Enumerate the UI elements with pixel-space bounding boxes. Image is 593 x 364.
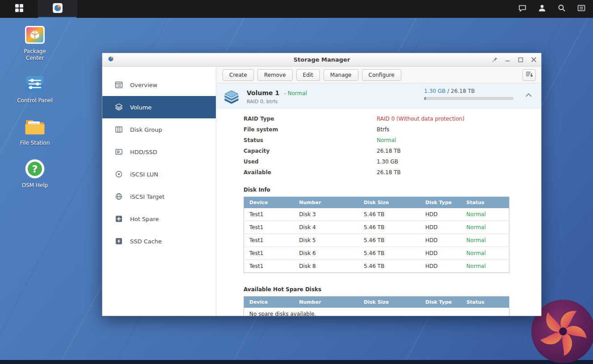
table-cell: Disk 8 (294, 260, 358, 273)
sidebar-item-label: iSCSI LUN (130, 171, 158, 178)
package-center-icon (25, 25, 45, 45)
sidebar-item-disk-group[interactable]: Disk Group (102, 118, 216, 141)
status-cell: Normal (461, 260, 509, 273)
minimize-icon[interactable] (505, 57, 511, 63)
desktop-icon-label: DSM Help (13, 182, 56, 189)
table-cell: Disk 5 (294, 234, 358, 247)
column-header: Status (461, 297, 509, 308)
remove-button[interactable]: Remove (257, 69, 293, 81)
status-cell: Normal (461, 234, 509, 247)
apps-menu-icon (14, 3, 24, 15)
detail-label: Status (244, 137, 377, 143)
storage-manager-icon (52, 3, 63, 15)
desktop-icon-control-panel[interactable]: Control Panel (13, 74, 56, 104)
disk-group-icon (114, 125, 123, 134)
table-cell: Disk 6 (294, 247, 358, 260)
toolbar: Create Remove Edit Manage Configure (216, 67, 541, 84)
storage-manager-window: Storage Manager Overview (102, 53, 542, 316)
column-header: Disk Type (420, 197, 461, 209)
empty-message: No spare disks available. (244, 308, 509, 316)
detail-value: Normal (377, 137, 396, 143)
detail-value: 1.30 GB (377, 159, 398, 165)
table-cell: 5.46 TB (358, 208, 420, 221)
sidebar-item-volume[interactable]: Volume (102, 96, 216, 118)
volume-usage: 1.30 GB / 26.18 TB (424, 88, 513, 100)
sidebar-item-label: SSD Cache (130, 238, 162, 245)
storage-manager-content: Create Remove Edit Manage Configure (216, 67, 541, 316)
column-header: Device (244, 297, 294, 308)
search-button[interactable] (552, 0, 572, 18)
table-cell: HDD (420, 221, 461, 234)
detail-row: File system Btrfs (244, 124, 534, 135)
table-row[interactable]: Test1 Disk 8 5.46 TB HDD Normal (244, 260, 509, 273)
create-button[interactable]: Create (223, 69, 254, 81)
window-app-icon (107, 55, 115, 65)
sidebar-item-overview[interactable]: Overview (102, 74, 216, 96)
volume-name: Volume 1 (247, 89, 279, 96)
status-cell: Normal (461, 221, 509, 234)
iscsi-lun-icon (114, 170, 123, 179)
sidebar-item-hot-spare[interactable]: Hot Spare (102, 208, 216, 230)
volume-stack-icon (223, 90, 240, 105)
file-station-icon (25, 116, 45, 137)
table-row[interactable]: Test1 Disk 3 5.46 TB HDD Normal (244, 208, 509, 221)
sidebar-item-ssd-cache[interactable]: SSD Cache (102, 230, 216, 252)
desktop-icon-label: Control Panel (13, 97, 56, 104)
taskbar-storage-manager-button[interactable] (38, 0, 77, 18)
detail-value: 26.18 TB (377, 148, 401, 154)
sidebar-item-iscsi-lun[interactable]: iSCSI LUN (102, 163, 216, 185)
table-cell: HDD (420, 247, 461, 260)
table-row[interactable]: Test1 Disk 5 5.46 TB HDD Normal (244, 234, 509, 247)
main-menu-button[interactable] (0, 0, 38, 18)
manage-button[interactable]: Manage (324, 69, 358, 81)
hot-spare-table: Device Number Disk Size Disk Type Status… (244, 296, 509, 316)
table-cell: 5.46 TB (358, 247, 420, 260)
svg-text:?: ? (32, 163, 38, 175)
notifications-button[interactable] (513, 0, 532, 18)
pin-icon[interactable] (492, 57, 498, 63)
table-header-row: Device Number Disk Size Disk Type Status (244, 297, 509, 308)
sidebar-item-label: Overview (130, 82, 157, 88)
table-cell: 5.46 TB (358, 221, 420, 234)
table-cell: 5.46 TB (358, 260, 420, 273)
chevron-up-icon[interactable] (525, 91, 532, 99)
table-cell: Test1 (244, 247, 294, 260)
list-view-button[interactable] (522, 69, 536, 81)
table-cell: Test1 (244, 208, 294, 221)
detail-row: Capacity 26.18 TB (244, 146, 534, 156)
table-cell: 5.46 TB (358, 234, 420, 247)
status-cell: Normal (461, 208, 509, 221)
desktop-icon-package-center[interactable]: Package Center (13, 25, 56, 62)
detail-value: Btrfs (377, 126, 389, 133)
volume-used-value: 1.30 GB (424, 88, 446, 94)
edit-button[interactable]: Edit (296, 69, 320, 81)
control-panel-icon (25, 74, 45, 94)
user-icon (538, 4, 547, 14)
volume-header[interactable]: Volume 1 - Normal RAID 0, btrfs 1.30 GB … (216, 84, 541, 109)
table-cell: Disk 3 (294, 208, 358, 221)
table-header-row: Device Number Disk Size Disk Type Status (244, 197, 509, 209)
configure-button[interactable]: Configure (362, 69, 401, 81)
sidebar-item-label: Volume (130, 104, 151, 111)
search-icon (557, 4, 566, 14)
table-row[interactable]: Test1 Disk 6 5.46 TB HDD Normal (244, 247, 509, 260)
widgets-button[interactable] (572, 0, 591, 18)
desktop-icon-dsm-help[interactable]: ? DSM Help (13, 159, 56, 189)
list-view-icon (525, 70, 533, 80)
desktop-bottom-band (0, 360, 593, 364)
close-icon[interactable] (530, 57, 537, 63)
desktop-icon-file-station[interactable]: File Station (13, 116, 56, 146)
volume-icon (114, 103, 123, 112)
widgets-icon (577, 4, 586, 14)
window-titlebar[interactable]: Storage Manager (102, 53, 541, 67)
detail-label: Capacity (244, 148, 377, 154)
detail-label: Used (244, 159, 377, 165)
user-menu-button[interactable] (532, 0, 552, 18)
table-row[interactable]: Test1 Disk 4 5.46 TB HDD Normal (244, 221, 509, 234)
maximize-icon[interactable] (517, 57, 524, 63)
dsm-help-icon: ? (25, 159, 45, 179)
sidebar-item-iscsi-target[interactable]: iSCSI Target (102, 185, 216, 208)
sidebar-item-hdd-ssd[interactable]: HDD/SSD (102, 141, 216, 163)
table-cell: HDD (420, 234, 461, 247)
overview-icon (114, 80, 123, 89)
